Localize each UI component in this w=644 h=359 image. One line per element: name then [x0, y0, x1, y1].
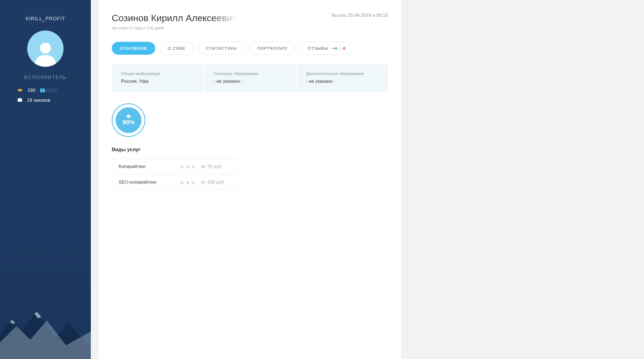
- rating-row: 180: [18, 88, 73, 93]
- rating-segment: [40, 89, 42, 92]
- reviews-negative: -0: [342, 46, 346, 51]
- tab-label: СТАТИСТИКА: [206, 46, 237, 51]
- reviews-positive: +6: [332, 46, 338, 51]
- card-education-extra: Дополнительное образование - не указано …: [297, 64, 388, 92]
- tab-label: ОТЗЫВЫ: [308, 46, 328, 51]
- sidebar-username: KIRILL_PROFIT: [24, 15, 66, 23]
- crown-icon: [18, 88, 23, 93]
- tab-portfolio[interactable]: ПОРТФОЛИО: [249, 42, 295, 55]
- orders-text: 18 заказов: [27, 98, 50, 103]
- service-row: SEO-копирайтинг от 100 руб.: [112, 175, 238, 190]
- tenure-text: На сайте 2 года и 176 дней: [112, 26, 237, 30]
- tab-about[interactable]: О СЕБЕ: [160, 42, 194, 55]
- star-icon: [180, 180, 185, 185]
- card-value: Россия, Уфа: [121, 79, 194, 84]
- sidebar: KIRILL_PROFIT ИСПОЛНИТЕЛЬ 180: [0, 0, 91, 359]
- svg-text:ТЕСТ НА ГРАМОТНОСТЬ: ТЕСТ НА ГРАМОТНОСТЬ: [116, 108, 142, 120]
- tab-reviews[interactable]: ОТЗЫВЫ +6 / -0: [300, 42, 354, 55]
- card-label: Дополнительное образование: [306, 71, 379, 76]
- orders-row: 18 заказов: [18, 98, 73, 103]
- card-label: Основное образование: [214, 71, 286, 76]
- card-label: Общая информация: [121, 71, 194, 76]
- svg-rect-2: [19, 98, 21, 99]
- service-stars: [180, 164, 196, 169]
- svg-point-0: [40, 43, 51, 54]
- header-row: Созинов Кирилл Алексеевич На сайте 2 год…: [112, 13, 388, 30]
- rating-bar: [40, 89, 57, 92]
- card-education-main: Основное образование - не указано -: [204, 64, 296, 92]
- avatar[interactable]: [27, 31, 64, 67]
- main-content: Созинов Кирилл Алексеевич На сайте 2 год…: [99, 0, 401, 359]
- tab-label: ОСНОВНОЕ: [120, 46, 147, 51]
- service-price: от 100 руб.: [201, 180, 231, 185]
- rating-segment: [53, 89, 55, 92]
- card-value: - не указано -: [214, 79, 286, 84]
- service-name: SEO-копирайтинг: [119, 180, 174, 185]
- service-name: Копирайтинг: [119, 164, 174, 169]
- star-icon: [185, 164, 190, 169]
- rating-points: 180: [28, 88, 35, 93]
- avatar-placeholder-icon: [33, 40, 58, 67]
- tab-label: О СЕБЕ: [168, 46, 186, 51]
- sidebar-stats: 180 18 заказов: [0, 88, 91, 103]
- tab-stats[interactable]: СТАТИСТИКА: [198, 42, 245, 55]
- rating-segment: [48, 89, 50, 92]
- services-title: Виды услуг: [112, 147, 388, 153]
- badge-arc-text-svg: ТЕСТ НА ГРАМОТНОСТЬ: [113, 104, 146, 138]
- service-row: Копирайтинг от 75 руб.: [112, 159, 238, 175]
- rating-segment: [43, 89, 45, 92]
- services-table: Копирайтинг от 75 руб. SEO-копирайтинг о…: [112, 159, 238, 190]
- profile-name: Созинов Кирилл Алексеевич: [112, 13, 237, 23]
- star-icon: [191, 164, 196, 169]
- literacy-badge[interactable]: ТЕСТ НА ГРАМОТНОСТЬ 90%: [112, 103, 145, 137]
- card-value: - не указано -: [306, 79, 379, 84]
- reviews-separator: /: [339, 46, 340, 51]
- tabs: ОСНОВНОЕ О СЕБЕ СТАТИСТИКА ПОРТФОЛИО ОТЗ…: [112, 42, 388, 55]
- info-cards: Общая информация Россия, Уфа Основное об…: [112, 64, 388, 92]
- rating-segment: [45, 89, 47, 92]
- tab-main[interactable]: ОСНОВНОЕ: [112, 42, 155, 55]
- badges-row: ТЕСТ НА ГРАМОТНОСТЬ 90%: [112, 103, 388, 137]
- last-seen: Был(а) 25.04.2019 в 06:18: [332, 13, 388, 18]
- rating-segment: [50, 89, 52, 92]
- star-icon: [180, 164, 185, 169]
- star-icon: [185, 180, 190, 185]
- role-label: ИСПОЛНИТЕЛЬ: [24, 75, 67, 80]
- tab-label: ПОРТФОЛИО: [257, 46, 287, 51]
- service-price: от 75 руб.: [201, 164, 231, 169]
- rating-segment: [55, 89, 57, 92]
- star-icon: [191, 180, 196, 185]
- mountains-decoration: [0, 304, 91, 359]
- briefcase-icon: [18, 98, 22, 103]
- card-general: Общая информация Россия, Уфа: [112, 64, 203, 92]
- service-stars: [180, 180, 196, 185]
